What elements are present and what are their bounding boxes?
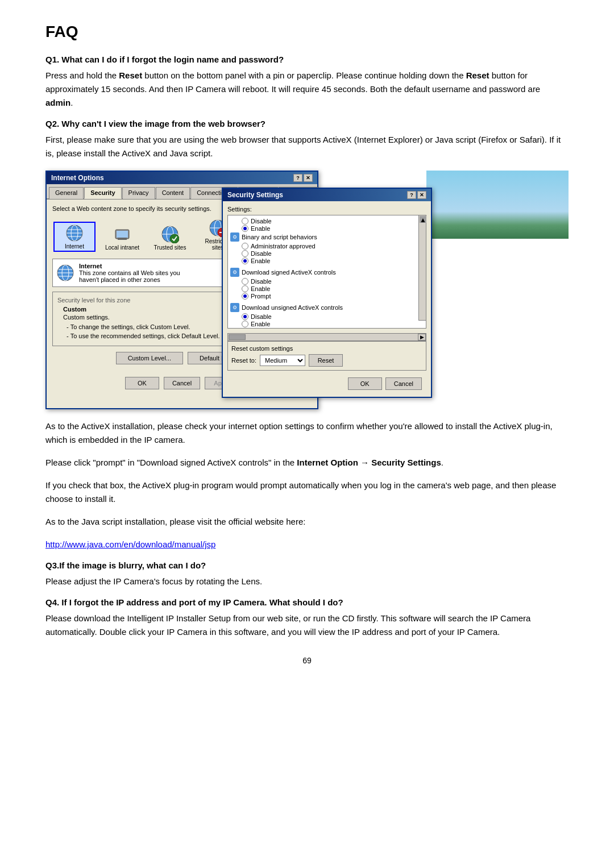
titlebar-buttons: ? ✕ [293, 174, 313, 182]
page-title: FAQ [45, 23, 569, 41]
security-ok-cancel: OK Cancel [227, 375, 426, 392]
bs-admin-radio[interactable] [242, 243, 248, 250]
settings-list-container: Disable Enable ⚙ Binary and script behav… [227, 215, 426, 329]
tab-general[interactable]: General [49, 187, 84, 199]
sec-help-button[interactable]: ? [407, 191, 416, 199]
page-number: 69 [45, 656, 569, 665]
svg-rect-7 [117, 231, 128, 238]
top-disable-option[interactable]: Disable [230, 218, 424, 225]
bs-admin-label: Administrator approved [251, 243, 316, 250]
sec-close-button[interactable]: ✕ [417, 191, 426, 199]
signed-activex-label: Download signed ActiveX controls [242, 269, 336, 276]
internet-options-titlebar: Internet Options ? ✕ [47, 172, 317, 184]
security-settings-body: Settings: Disable Enable [223, 201, 431, 397]
ua-disable[interactable]: Disable [230, 313, 424, 320]
bs-enable-label: Enable [251, 258, 270, 264]
q1-body: Press and hold the Reset button on the b… [45, 69, 569, 110]
binary-script-icon: ⚙ [230, 232, 239, 242]
reset-section: Reset custom settings Reset to: Medium L… [227, 341, 426, 371]
bs-enable[interactable]: Enable [230, 258, 424, 264]
signed-activex-group: ⚙ Download signed ActiveX controls Disab… [230, 268, 424, 300]
sa-prompt[interactable]: Prompt [230, 293, 424, 300]
q2-after-body3: If you check that box, the ActiveX plug-… [45, 479, 569, 506]
sa-enable[interactable]: Enable [230, 285, 424, 292]
bs-admin-approved[interactable]: Administrator approved [230, 243, 424, 250]
sa-enable-label: Enable [251, 285, 270, 292]
ua-enable-label: Enable [251, 321, 270, 327]
zone-local-intranet[interactable]: Local intranet [102, 225, 142, 251]
security-settings-title: Security Settings [227, 191, 283, 199]
local-intranet-icon [113, 225, 131, 243]
custom-level-button[interactable]: Custom Level... [116, 352, 183, 364]
security-cancel-button[interactable]: Cancel [385, 377, 422, 390]
security-settings-dialog: Security Settings ? ✕ Settings: Disable [222, 188, 432, 398]
top-disable-label: Disable [251, 218, 272, 225]
java-link-container: http://www.java.com/en/download/manual/j… [45, 538, 569, 551]
q4-heading: Q4. If I forgot the IP address and port … [45, 597, 569, 607]
svg-rect-6 [118, 238, 127, 240]
signed-activex-header: ⚙ Download signed ActiveX controls [230, 268, 424, 277]
security-settings-titlebar: Security Settings ? ✕ [223, 189, 431, 201]
zone-trusted-sites[interactable]: Trusted sites [150, 225, 190, 251]
top-enable-radio[interactable] [242, 225, 248, 232]
ua-prompt[interactable]: Prompt [230, 328, 424, 329]
settings-list[interactable]: Disable Enable ⚙ Binary and script behav… [227, 215, 426, 329]
sa-prompt-label: Prompt [251, 293, 271, 300]
zone-internet[interactable]: Internet [55, 223, 94, 251]
settings-label: Settings: [227, 206, 426, 213]
sa-prompt-radio[interactable] [242, 293, 248, 300]
q3-body: Please adjust the IP Camera's focus by r… [45, 575, 569, 588]
cancel-button[interactable]: Cancel [164, 377, 200, 389]
tab-security[interactable]: Security [84, 187, 121, 199]
ua-enable[interactable]: Enable [230, 321, 424, 327]
reset-row: Reset to: Medium Low High Reset [231, 354, 422, 367]
sa-enable-radio[interactable] [242, 285, 248, 292]
bs-disable[interactable]: Disable [230, 250, 424, 257]
ok-button[interactable]: OK [125, 377, 159, 389]
background-image [426, 171, 569, 239]
scroll-right-button[interactable]: ▶ [418, 334, 426, 340]
tab-content[interactable]: Content [156, 187, 190, 199]
reset-button[interactable]: Reset [309, 354, 343, 367]
binary-script-label: Binary and script behaviors [242, 234, 317, 240]
unsigned-activex-group: ⚙ Download unsigned ActiveX controls Dis… [230, 303, 424, 329]
sa-disable-label: Disable [251, 278, 272, 285]
unsigned-activex-label: Download unsigned ActiveX controls [242, 304, 343, 311]
scroll-up-button[interactable]: ▲ [420, 216, 426, 223]
q2-after-body1: As to the ActiveX installation, please c… [45, 420, 569, 447]
h-scroll-thumb[interactable] [229, 334, 246, 340]
q2-after-body4: As to the Java script installation, plea… [45, 515, 569, 529]
internet-icon [65, 224, 84, 242]
bs-enable-radio[interactable] [242, 258, 248, 264]
security-ok-button[interactable]: OK [348, 377, 382, 390]
internet-zone-label: Internet [65, 243, 84, 250]
q2-after-body2: Please click "prompt" in "Download signe… [45, 456, 569, 470]
signed-activex-icon: ⚙ [230, 268, 239, 277]
help-button[interactable]: ? [293, 174, 302, 182]
internet-options-title: Internet Options [51, 174, 104, 182]
bs-disable-radio[interactable] [242, 250, 248, 257]
top-enable-label: Enable [251, 225, 270, 232]
reset-select[interactable]: Medium Low High [260, 355, 305, 366]
tab-privacy[interactable]: Privacy [122, 187, 155, 199]
sec-titlebar-buttons: ? ✕ [407, 191, 426, 199]
ua-disable-radio[interactable] [242, 313, 248, 320]
sa-disable[interactable]: Disable [230, 278, 424, 285]
java-download-link[interactable]: http://www.java.com/en/download/manual/j… [45, 539, 215, 549]
sa-disable-radio[interactable] [242, 278, 248, 285]
ua-enable-radio[interactable] [242, 321, 248, 327]
close-button[interactable]: ✕ [304, 174, 313, 182]
q4-body: Please download the Intelligent IP Insta… [45, 612, 569, 639]
trusted-sites-label: Trusted sites [154, 244, 186, 251]
q2-body: First, please make sure that you are usi… [45, 133, 569, 160]
vertical-scrollbar[interactable]: ▲ [418, 215, 426, 321]
q3-heading: Q3.If the image is blurry, what can I do… [45, 560, 569, 570]
top-disable-radio[interactable] [242, 218, 248, 225]
binary-script-group: ⚙ Binary and script behaviors Administra… [230, 232, 424, 264]
top-enable-option[interactable]: Enable [230, 225, 424, 232]
ua-prompt-radio[interactable] [242, 328, 248, 329]
reset-to-label: Reset to: [231, 357, 256, 364]
bs-disable-label: Disable [251, 250, 272, 257]
q1-heading: Q1. What can I do if I forgot the login … [45, 55, 569, 64]
horizontal-scrollbar[interactable]: ▶ [227, 333, 426, 341]
